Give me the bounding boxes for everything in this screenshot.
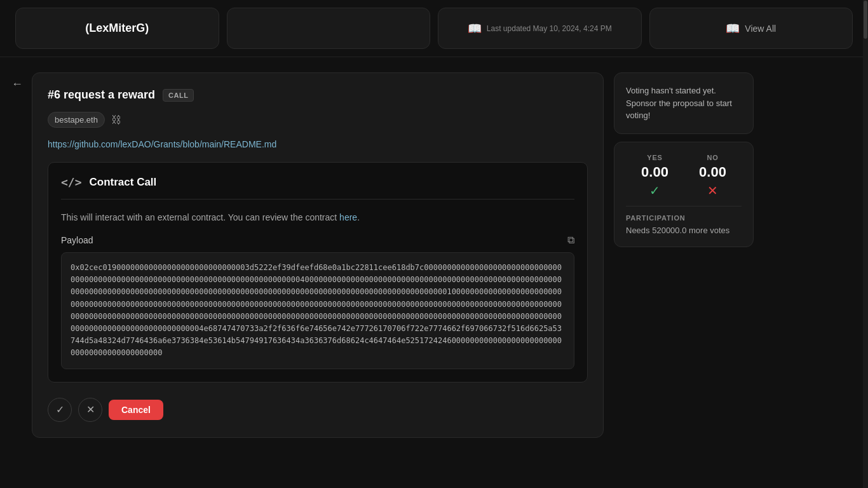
- app-title: (LexMiterG): [85, 22, 149, 35]
- contract-call-box: </> Contract Call This will interact wit…: [48, 162, 588, 383]
- copy-icon[interactable]: ⧉: [567, 234, 574, 246]
- voting-status-card: Voting hasn't started yet. Sponsor the p…: [614, 72, 754, 134]
- voting-status-text: Voting hasn't started yet. Sponsor the p…: [626, 85, 742, 122]
- call-badge: CALL: [163, 89, 194, 102]
- proposal-link[interactable]: https://github.com/lexDAO/Grants/blob/ma…: [48, 139, 588, 149]
- yes-col: YES 0.00 ✓: [641, 154, 668, 198]
- sidebar: Voting hasn't started yet. Sponsor the p…: [614, 72, 754, 438]
- no-label: NO: [699, 154, 726, 161]
- top-card-title: (LexMiterG): [15, 8, 219, 49]
- main-content: ← #6 request a reward CALL bestape.eth ⛓…: [0, 57, 868, 453]
- yes-count: 0.00: [641, 164, 668, 180]
- top-card-updated: 📖 Last updated May 10, 2024, 4:24 PM: [438, 8, 642, 49]
- top-card-empty1: [227, 8, 431, 49]
- last-updated-text: Last updated May 10, 2024, 4:24 PM: [487, 24, 612, 33]
- top-card-viewall[interactable]: 📖 View All: [649, 8, 853, 49]
- book-icon-updated: 📖: [468, 22, 482, 36]
- x-icon: ✕: [86, 403, 95, 416]
- participation-label: PARTICIPATION: [626, 214, 742, 222]
- no-icon: ✕: [699, 183, 726, 198]
- participation-text: Needs 520000.0 more votes: [626, 226, 742, 235]
- no-count: 0.00: [699, 164, 726, 180]
- yes-icon: ✓: [641, 183, 668, 198]
- back-icon: ←: [11, 78, 23, 90]
- desc-prefix: This will interact with an external cont…: [61, 212, 339, 222]
- check-icon: ✓: [56, 403, 64, 416]
- contract-call-header: </> Contract Call: [61, 175, 574, 200]
- back-button[interactable]: ←: [9, 75, 25, 93]
- book-icon-viewall: 📖: [726, 22, 740, 36]
- reject-button[interactable]: ✕: [78, 398, 102, 422]
- confirm-button[interactable]: ✓: [48, 398, 72, 422]
- author-tag: bestape.eth: [48, 112, 105, 128]
- payload-label: Payload: [61, 235, 93, 245]
- cancel-button[interactable]: Cancel: [109, 400, 163, 420]
- no-col: NO 0.00 ✕: [699, 154, 726, 198]
- scrollbar-thumb: [864, 1, 867, 39]
- votes-card: YES 0.00 ✓ NO 0.00 ✕ PARTICIPATION Needs…: [614, 142, 754, 247]
- proposal-title: #6 request a reward: [48, 88, 155, 102]
- payload-content: 0x02cec01900000000000000000000000000003d…: [61, 252, 574, 369]
- scrollbar[interactable]: [863, 0, 868, 488]
- votes-row: YES 0.00 ✓ NO 0.00 ✕: [626, 154, 742, 198]
- contract-description: This will interact with an external cont…: [61, 211, 574, 224]
- view-all-label[interactable]: View All: [745, 24, 776, 34]
- proposal-header: #6 request a reward CALL: [48, 88, 588, 102]
- proposal-panel: #6 request a reward CALL bestape.eth ⛓ h…: [32, 72, 604, 438]
- code-icon: </>: [61, 175, 82, 189]
- contract-link[interactable]: here: [339, 212, 357, 222]
- link-icon[interactable]: ⛓: [111, 114, 121, 126]
- author-row: bestape.eth ⛓: [48, 112, 588, 128]
- top-bar: (LexMiterG) 📖 Last updated May 10, 2024,…: [0, 0, 868, 57]
- payload-header: Payload ⧉: [61, 234, 574, 246]
- action-bar: ✓ ✕ Cancel: [48, 398, 588, 422]
- yes-label: YES: [641, 154, 668, 161]
- contract-call-title: Contract Call: [90, 176, 157, 189]
- desc-suffix: .: [357, 212, 360, 222]
- votes-divider: [626, 206, 742, 207]
